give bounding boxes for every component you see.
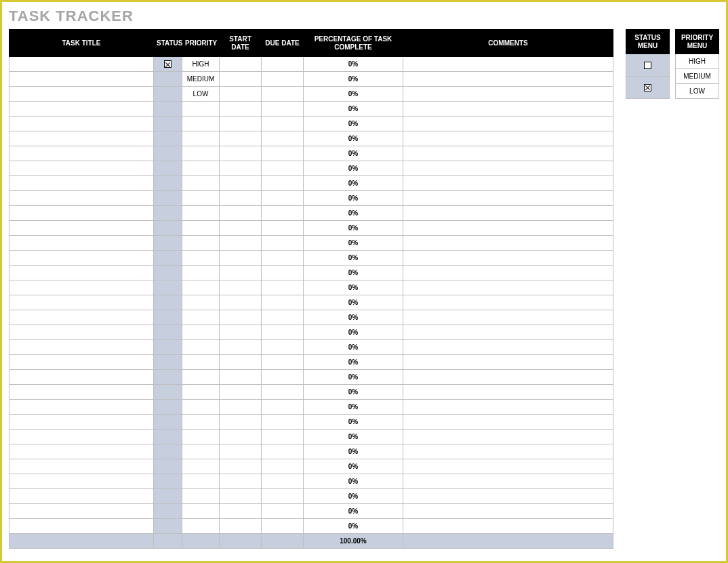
cell-task-title[interactable]: [9, 474, 154, 489]
cell-comments[interactable]: [403, 519, 613, 534]
cell-pct-complete[interactable]: 0%: [304, 519, 403, 534]
cell-pct-complete[interactable]: 0%: [304, 280, 403, 295]
cell-due-date[interactable]: [262, 355, 304, 370]
cell-task-title[interactable]: [9, 504, 154, 519]
cell-comments[interactable]: [403, 131, 613, 146]
cell-comments[interactable]: [403, 72, 613, 87]
cell-comments[interactable]: [403, 57, 613, 72]
cell-start-date[interactable]: [220, 385, 262, 400]
cell-due-date[interactable]: [262, 474, 304, 489]
cell-pct-complete[interactable]: 0%: [304, 117, 403, 131]
cell-status[interactable]: [154, 295, 182, 310]
cell-comments[interactable]: [403, 146, 613, 161]
cell-start-date[interactable]: [220, 117, 262, 131]
cell-start-date[interactable]: [220, 415, 262, 430]
cell-task-title[interactable]: [9, 251, 154, 266]
cell-pct-complete[interactable]: 0%: [304, 415, 403, 430]
cell-task-title[interactable]: [9, 117, 154, 131]
cell-task-title[interactable]: [9, 146, 154, 161]
cell-pct-complete[interactable]: 0%: [304, 355, 403, 370]
cell-due-date[interactable]: [262, 191, 304, 206]
status-menu-option[interactable]: [626, 54, 670, 77]
cell-start-date[interactable]: [220, 504, 262, 519]
cell-task-title[interactable]: [9, 444, 154, 459]
cell-status[interactable]: [154, 489, 182, 504]
cell-comments[interactable]: [403, 340, 613, 355]
priority-menu-option[interactable]: HIGH: [676, 54, 719, 69]
cell-status[interactable]: [154, 161, 182, 176]
cell-priority[interactable]: [182, 295, 220, 310]
cell-pct-complete[interactable]: 0%: [304, 161, 403, 176]
cell-status[interactable]: [154, 415, 182, 430]
cell-comments[interactable]: [403, 117, 613, 131]
cell-due-date[interactable]: [262, 280, 304, 295]
cell-task-title[interactable]: [9, 161, 154, 176]
cell-due-date[interactable]: [262, 87, 304, 102]
cell-start-date[interactable]: [220, 295, 262, 310]
cell-status[interactable]: [154, 385, 182, 400]
cell-task-title[interactable]: [9, 325, 154, 340]
cell-priority[interactable]: LOW: [182, 87, 220, 102]
cell-pct-complete[interactable]: 0%: [304, 102, 403, 117]
cell-due-date[interactable]: [262, 102, 304, 117]
cell-priority[interactable]: [182, 459, 220, 474]
cell-status[interactable]: [154, 176, 182, 191]
cell-pct-complete[interactable]: 0%: [304, 400, 403, 415]
cell-status[interactable]: [154, 474, 182, 489]
cell-pct-complete[interactable]: 0%: [304, 310, 403, 325]
cell-due-date[interactable]: [262, 236, 304, 251]
cell-task-title[interactable]: [9, 266, 154, 280]
cell-comments[interactable]: [403, 280, 613, 295]
cell-priority[interactable]: [182, 161, 220, 176]
cell-status[interactable]: [154, 355, 182, 370]
cell-status[interactable]: [154, 325, 182, 340]
cell-start-date[interactable]: [220, 459, 262, 474]
cell-start-date[interactable]: [220, 280, 262, 295]
cell-start-date[interactable]: [220, 221, 262, 236]
cell-task-title[interactable]: [9, 72, 154, 87]
priority-menu-option[interactable]: LOW: [676, 84, 719, 99]
cell-priority[interactable]: [182, 251, 220, 266]
cell-priority[interactable]: [182, 310, 220, 325]
cell-status[interactable]: [154, 72, 182, 87]
cell-status[interactable]: [154, 430, 182, 444]
cell-due-date[interactable]: [262, 400, 304, 415]
cell-priority[interactable]: [182, 400, 220, 415]
cell-comments[interactable]: [403, 444, 613, 459]
cell-pct-complete[interactable]: 0%: [304, 191, 403, 206]
cell-start-date[interactable]: [220, 430, 262, 444]
cell-task-title[interactable]: [9, 355, 154, 370]
cell-priority[interactable]: [182, 355, 220, 370]
cell-pct-complete[interactable]: 0%: [304, 206, 403, 221]
cell-start-date[interactable]: [220, 191, 262, 206]
cell-start-date[interactable]: [220, 72, 262, 87]
cell-comments[interactable]: [403, 191, 613, 206]
cell-priority[interactable]: [182, 266, 220, 280]
cell-status[interactable]: [154, 266, 182, 280]
cell-pct-complete[interactable]: 0%: [304, 474, 403, 489]
cell-priority[interactable]: [182, 385, 220, 400]
cell-start-date[interactable]: [220, 266, 262, 280]
cell-priority[interactable]: [182, 117, 220, 131]
priority-menu-option[interactable]: MEDIUM: [676, 69, 719, 84]
cell-pct-complete[interactable]: 0%: [304, 340, 403, 355]
cell-pct-complete[interactable]: 0%: [304, 176, 403, 191]
cell-comments[interactable]: [403, 400, 613, 415]
cell-task-title[interactable]: [9, 87, 154, 102]
cell-comments[interactable]: [403, 415, 613, 430]
cell-start-date[interactable]: [220, 370, 262, 385]
cell-due-date[interactable]: [262, 310, 304, 325]
cell-due-date[interactable]: [262, 340, 304, 355]
cell-start-date[interactable]: [220, 57, 262, 72]
cell-start-date[interactable]: [220, 161, 262, 176]
cell-due-date[interactable]: [262, 504, 304, 519]
cell-task-title[interactable]: [9, 280, 154, 295]
cell-task-title[interactable]: [9, 176, 154, 191]
cell-start-date[interactable]: [220, 87, 262, 102]
cell-task-title[interactable]: [9, 459, 154, 474]
cell-start-date[interactable]: [220, 474, 262, 489]
cell-due-date[interactable]: [262, 444, 304, 459]
cell-pct-complete[interactable]: 0%: [304, 236, 403, 251]
cell-pct-complete[interactable]: 0%: [304, 221, 403, 236]
cell-pct-complete[interactable]: 0%: [304, 266, 403, 280]
